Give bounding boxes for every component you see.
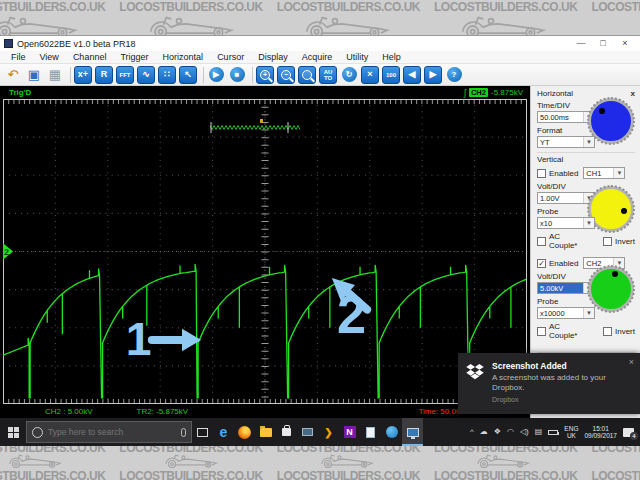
next-frame-button[interactable]: ▶ [424,66,442,84]
cursor-select-button[interactable]: ↖ [179,66,197,84]
ch2-knob[interactable] [588,266,634,312]
notification-close-icon[interactable]: × [629,357,634,367]
ch2-probe-select[interactable]: x10000 ▼ [537,307,595,319]
devices-button[interactable] [297,418,318,446]
open-button[interactable]: ↶ [4,66,22,84]
menu-display[interactable]: Display [251,52,295,62]
menu-cursor[interactable]: Cursor [210,52,251,62]
skype-button[interactable] [381,418,402,446]
scope-status-top: Trig'D ʃ CH2 -5.875kV [3,86,527,99]
dots-grid-icon: ∷ [164,70,170,79]
hidden-icons-chevron[interactable]: ^ [470,427,474,437]
toolbar: ↶ ▣ ▦ x+ R FFT ∿ ∷ ↖ ▶ [0,64,640,86]
ch2-position-marker[interactable]: 2 [3,243,13,259]
toolbar-separator [67,67,71,83]
oscilloscope-app-button[interactable] [402,418,423,446]
close-button[interactable]: × [614,36,636,51]
stop-acquisition-button[interactable]: ■ [228,66,246,84]
edge-trigger-icon: ʃ [464,88,466,98]
watermark-text: LOCOSTBUILDERS.CO.UK [119,446,262,453]
firefox-button[interactable] [234,418,255,446]
ch2-ac-couple-label: AC Couple* [549,322,583,340]
menu-utility[interactable]: Utility [339,52,375,62]
timediv-select[interactable]: 50.00ms ▼ [537,111,595,123]
notification-body: A screenshot was added to your Dropbox. [492,373,634,393]
help-icon: ? [447,67,462,82]
onenote-button[interactable]: N [339,418,360,446]
fft-button[interactable]: FFT [116,66,134,84]
monitor-icon [407,428,419,437]
help-button[interactable]: ? [445,66,463,84]
graticule-area[interactable]: 2 1 2 [3,99,527,404]
reference-button[interactable]: R [95,66,113,84]
fft-icon: FFT [119,72,131,78]
menu-channel[interactable]: Channel [66,52,114,62]
watermark-text: LOCOSTBUILDERS.CO.UK [0,469,105,480]
format-select[interactable]: YT ▼ [537,136,595,148]
menu-horizontal[interactable]: Horizontal [156,52,211,62]
battery-icon[interactable] [548,430,558,435]
dropbox-tray-icon[interactable]: ❖ [494,427,501,437]
taskbar-search[interactable] [26,421,192,443]
menu-acquire[interactable]: Acquire [295,52,340,62]
panel-close-button[interactable]: x [631,89,635,98]
ch1-invert-checkbox[interactable] [603,237,612,246]
volume-icon[interactable]: ◁) [520,427,529,437]
document-app-button[interactable] [360,418,381,446]
ch1-invert-label: Invert [615,237,635,246]
expand-button[interactable]: × [361,66,379,84]
expand-arrows-icon: × [367,70,372,79]
start-button[interactable] [0,418,26,446]
ch1-ac-couple-checkbox[interactable] [537,237,546,246]
save-button[interactable]: ▣ [25,66,43,84]
language-indicator[interactable]: ENGUK [564,425,578,439]
network-icon[interactable]: ◠ [507,427,514,437]
menu-trigger[interactable]: Trigger [113,52,155,62]
edge-button[interactable]: e [213,418,234,446]
graticule-button[interactable]: ∷ [158,66,176,84]
ch2-enabled-label: Enabled [549,259,578,268]
title-bar[interactable]: Open6022BE v1.0 beta PR18 — □ × [0,36,640,51]
onedrive-cloud-icon[interactable]: ☁ [480,427,488,437]
file-explorer-button[interactable] [255,418,276,446]
refresh-button[interactable]: ↻ [340,66,358,84]
ch2-enabled-checkbox[interactable]: ✓ [537,259,546,268]
start-acquisition-button[interactable]: ▶ [207,66,225,84]
watermark-text-row: LOCOSTBUILDERS.CO.UKLOCOSTBUILDERS.CO.UK… [0,446,640,453]
sample-100-button[interactable]: 100 [382,66,400,84]
zoom-out-button[interactable]: − [277,66,295,84]
watermark-text: LOCOSTBUILDERS.CO.UK [119,0,262,14]
zoom-window-button[interactable] [298,66,316,84]
signal-button[interactable]: ∿ [137,66,155,84]
ch1-channel-select[interactable]: CH1 ▼ [583,167,625,179]
menu-file[interactable]: File [4,52,33,62]
prev-frame-button[interactable]: ◀ [403,66,421,84]
ch2-ac-couple-checkbox[interactable] [537,327,546,336]
auto-set-button[interactable]: AUTO [319,66,337,84]
zoom-in-button[interactable]: + [256,66,274,84]
store-button[interactable] [276,418,297,446]
task-view-button[interactable] [192,418,213,446]
toolbar-separator [249,67,253,83]
minimize-button[interactable]: — [570,36,592,51]
action-center-icon[interactable]: 4 [623,428,634,437]
search-input[interactable] [48,427,176,437]
ch2-invert-checkbox[interactable] [603,327,612,336]
measure-button[interactable]: x+ [74,66,92,84]
ch1-enabled-checkbox[interactable] [537,169,546,178]
capture-preview-strip[interactable] [210,120,306,133]
menu-help[interactable]: Help [375,52,408,62]
clock[interactable]: 15:0109/09/2017 [584,425,617,439]
print-button[interactable]: ▦ [46,66,64,84]
ch2-voltdiv-select[interactable]: 5.00kV ▼ [537,282,595,294]
maximize-button[interactable]: □ [592,36,614,51]
watermark-text-row: LOCOSTBUILDERS.CO.UKLOCOSTBUILDERS.CO.UK… [0,469,640,480]
menu-view[interactable]: View [33,52,66,62]
ch1-voltdiv-select[interactable]: 1.00V ▼ [537,192,595,204]
ch1-probe-select[interactable]: x10 ▼ [537,217,595,229]
magnifier-icon [302,70,312,80]
dropbox-notification[interactable]: Screenshot Added A screenshot was added … [458,353,640,414]
touch-keyboard-icon[interactable]: ▤ [535,427,543,437]
media-app-button[interactable]: ❯ [318,418,339,446]
svg-text:1: 1 [126,313,152,365]
